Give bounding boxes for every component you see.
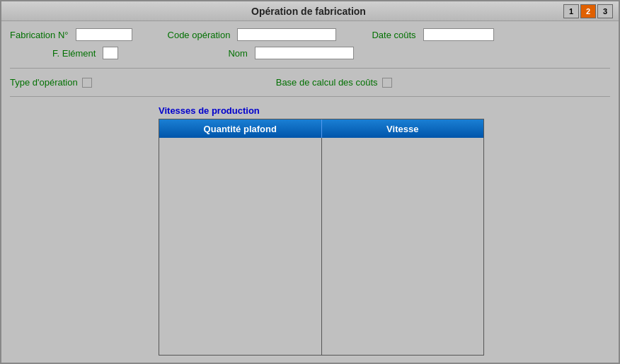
table-body (159, 138, 483, 355)
type-operation-group: Type d'opération (10, 77, 92, 88)
fabrication-label: Fabrication N° (10, 30, 69, 40)
col1-header: Quantité plafond (159, 124, 321, 134)
f-element-input[interactable] (103, 47, 118, 59)
title-button-2[interactable]: 2 (580, 4, 596, 18)
title-button-1[interactable]: 1 (563, 4, 579, 18)
type-operation-checkbox[interactable] (82, 78, 92, 88)
form-row-1: Fabrication N° Code opération Date coûts (10, 28, 610, 41)
code-operation-input[interactable] (237, 28, 336, 41)
form-row-2: F. Elément Nom (10, 47, 610, 59)
base-calcul-label: Base de calcul des coûts (276, 77, 378, 88)
column-divider (321, 138, 322, 355)
code-operation-label: Code opération (168, 30, 231, 40)
fabrication-input[interactable] (76, 28, 132, 41)
date-couts-label: Date coûts (372, 30, 415, 40)
content-area: Fabrication N° Code opération Date coûts… (1, 21, 619, 363)
window-title: Opération de fabrication (54, 6, 563, 17)
col2-header: Vitesse (322, 124, 484, 134)
form-row-3: Type d'opération Base de calcul des coût… (10, 77, 610, 88)
divider-1 (10, 68, 610, 69)
base-calcul-checkbox[interactable] (382, 78, 392, 88)
nom-label: Nom (228, 48, 247, 59)
title-button-3[interactable]: 3 (597, 4, 613, 18)
base-calcul-group: Base de calcul des coûts (276, 77, 392, 88)
main-window: Opération de fabrication 1 2 3 Fabricati… (0, 0, 620, 364)
nom-input[interactable] (255, 47, 354, 59)
date-couts-input[interactable] (423, 28, 494, 41)
title-bar: Opération de fabrication 1 2 3 (1, 1, 619, 21)
divider-2 (10, 96, 610, 97)
f-element-label: F. Elément (52, 48, 96, 59)
production-title: Vitesses de production (159, 105, 260, 116)
production-section: Vitesses de production Quantité plafond … (24, 105, 610, 356)
title-bar-buttons: 1 2 3 (563, 4, 613, 18)
type-operation-label: Type d'opération (10, 77, 78, 88)
table-header: Quantité plafond Vitesse (159, 119, 483, 138)
production-table: Quantité plafond Vitesse (159, 119, 484, 356)
